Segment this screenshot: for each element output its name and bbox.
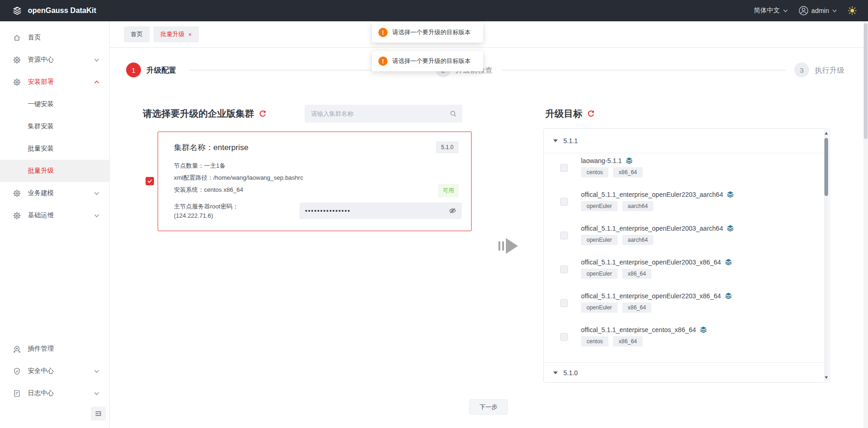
target-checkbox[interactable] xyxy=(560,164,568,172)
page-scrollbar[interactable] xyxy=(863,21,868,428)
package-stack-icon xyxy=(727,225,734,232)
caret-down-icon xyxy=(553,371,558,374)
package-stack-icon xyxy=(625,157,633,164)
version-group-5-1-0[interactable]: 5.1.0 xyxy=(544,362,830,383)
root-password-host: (124.222.71.6) xyxy=(174,212,213,219)
arch-tag: x86_64 xyxy=(613,336,642,346)
document-icon xyxy=(13,390,21,397)
caret-down-icon xyxy=(553,139,558,142)
sidebar-item-plugin-management[interactable]: 插件管理 xyxy=(0,338,110,360)
tab-batch-upgrade[interactable]: 批量升级 × xyxy=(153,26,199,42)
user-menu[interactable]: admin xyxy=(798,6,837,16)
chevron-down-icon xyxy=(94,213,100,219)
refresh-icon[interactable] xyxy=(587,110,595,118)
sidebar-item-security-center[interactable]: 安全中心 xyxy=(0,360,110,382)
step-3-label: 执行升级 xyxy=(815,66,844,76)
chevron-down-icon xyxy=(94,368,100,374)
sidebar-item-label: 批量安装 xyxy=(28,145,110,153)
sidebar-item-basic-ops[interactable]: 基础运维 xyxy=(0,204,110,227)
search-input[interactable] xyxy=(310,110,450,118)
target-name: offical_5.1.1_enterprise_openEuler2203_a… xyxy=(581,191,723,198)
sidebar: 首页 资源中心 安装部署 一键安装 集群安装 批量 xyxy=(0,21,110,428)
cluster-card[interactable]: 集群名称：enterprise 5.1.0 节点数量：一主1备 xml配置路径：… xyxy=(158,132,472,231)
target-item[interactable]: offical_5.1.1_enterprise_openEuler2203_a… xyxy=(544,187,830,221)
eye-off-icon[interactable] xyxy=(449,207,456,214)
scroll-up-icon[interactable] xyxy=(824,132,828,135)
os-tag: centos xyxy=(581,336,608,346)
target-checkbox[interactable] xyxy=(560,232,568,239)
target-name: offical_5.1.1_enterpirse_centos_x86_64 xyxy=(581,326,696,334)
target-checkbox[interactable] xyxy=(560,265,568,273)
target-item[interactable]: offical_5.1.1_enterpirse_centos_x86_64 c… xyxy=(544,322,830,356)
sidebar-item-label: 日志中心 xyxy=(28,389,94,397)
gear-icon xyxy=(13,212,21,220)
sidebar-collapse-button[interactable] xyxy=(91,407,106,421)
cluster-nodes: 节点数量：一主1备 xyxy=(174,162,225,170)
theme-toggle-icon[interactable] xyxy=(848,6,857,15)
cluster-checkbox[interactable] xyxy=(146,177,154,185)
os-tag: openEuler xyxy=(581,235,618,245)
target-item[interactable]: offical_5.1.1_enterprise_openEuler2003_x… xyxy=(544,255,830,289)
gear-icon xyxy=(13,78,21,86)
language-label: 简体中文 xyxy=(754,6,780,15)
sidebar-item-label: 安装部署 xyxy=(28,78,94,86)
arch-tag: x86_64 xyxy=(622,302,651,313)
target-name: offical_5.1.1_enterprise_openEuler2003_x… xyxy=(581,258,721,266)
opengauss-logo-icon xyxy=(11,5,23,17)
language-selector[interactable]: 简体中文 xyxy=(754,6,788,15)
sidebar-item-business-modeling[interactable]: 业务建模 xyxy=(0,182,110,204)
list-scrollbar[interactable] xyxy=(824,130,829,381)
target-checkbox[interactable] xyxy=(560,299,568,307)
scroll-down-icon[interactable] xyxy=(824,376,828,379)
sidebar-item-one-click-install[interactable]: 一键安装 xyxy=(0,93,110,115)
target-checkbox[interactable] xyxy=(560,333,568,341)
upgrade-target-list: 5.1.1 laowang-5.1.1 centos x86_64 xyxy=(543,128,830,383)
topbar: openGauss DataKit 简体中文 admin xyxy=(0,0,868,21)
package-stack-icon xyxy=(700,326,707,334)
version-group-label: 5.1.0 xyxy=(563,369,578,377)
chevron-down-icon xyxy=(94,190,100,196)
sidebar-item-install-deploy[interactable]: 安装部署 xyxy=(0,71,110,93)
cluster-name: 集群名称：enterprise xyxy=(174,142,249,153)
target-item[interactable]: offical_5.1.1_enterprise_openEuler2203_x… xyxy=(544,289,830,322)
password-masked-value: ••••••••••••••• xyxy=(305,202,449,219)
sidebar-item-log-center[interactable]: 日志中心 xyxy=(0,382,110,404)
version-group-5-1-1[interactable]: 5.1.1 xyxy=(544,129,830,153)
arch-tag: x86_64 xyxy=(613,167,642,177)
sidebar-item-cluster-install[interactable]: 集群安装 xyxy=(0,115,110,138)
sidebar-item-home[interactable]: 首页 xyxy=(0,26,110,49)
sidebar-item-label: 基础运维 xyxy=(28,211,94,220)
step-connector xyxy=(502,70,786,70)
home-icon xyxy=(13,34,21,42)
step-1-label: 升级配置 xyxy=(147,66,176,76)
search-icon[interactable] xyxy=(450,110,457,117)
close-icon[interactable]: × xyxy=(188,31,192,38)
arch-tag: aarch64 xyxy=(622,201,653,211)
sidebar-item-label: 批量升级 xyxy=(28,167,110,175)
package-stack-icon xyxy=(727,191,734,198)
sidebar-item-resource-center[interactable]: 资源中心 xyxy=(0,49,110,71)
page-scrollbar-thumb[interactable] xyxy=(864,23,868,139)
brand: openGauss DataKit xyxy=(11,5,96,17)
os-tag: openEuler xyxy=(581,302,618,313)
sidebar-item-batch-upgrade[interactable]: 批量升级 xyxy=(0,160,110,182)
cluster-xml-path: xml配置路径：/home/wang/laowang_sep.bashrc xyxy=(174,174,303,182)
sidebar-item-batch-install[interactable]: 批量安装 xyxy=(0,138,110,160)
target-name: offical_5.1.1_enterprise_openEuler2203_x… xyxy=(581,292,721,300)
toast-message: 请选择一个要升级的目标版本 xyxy=(392,28,471,37)
username-label: admin xyxy=(811,7,829,14)
tab-home[interactable]: 首页 xyxy=(124,26,150,42)
next-step-button[interactable]: 下一步 xyxy=(469,399,508,415)
tabbar: 首页 批量升级 × xyxy=(110,21,868,48)
sidebar-item-label: 业务建模 xyxy=(28,189,94,197)
scrollbar-thumb[interactable] xyxy=(824,138,828,196)
cluster-panel-title: 请选择要升级的企业版集群 xyxy=(143,107,267,120)
target-name: laowang-5.1.1 xyxy=(581,157,622,164)
target-item[interactable]: offical_5.1.1_enterprise_openEuler2003_a… xyxy=(544,221,830,255)
target-checkbox[interactable] xyxy=(560,198,568,206)
refresh-icon[interactable] xyxy=(259,110,267,118)
target-item[interactable]: laowang-5.1.1 centos x86_64 xyxy=(544,153,830,187)
os-tag: centos xyxy=(581,167,608,177)
target-panel-title: 升级目标 xyxy=(545,107,595,120)
root-password-field[interactable]: ••••••••••••••• xyxy=(300,202,462,219)
